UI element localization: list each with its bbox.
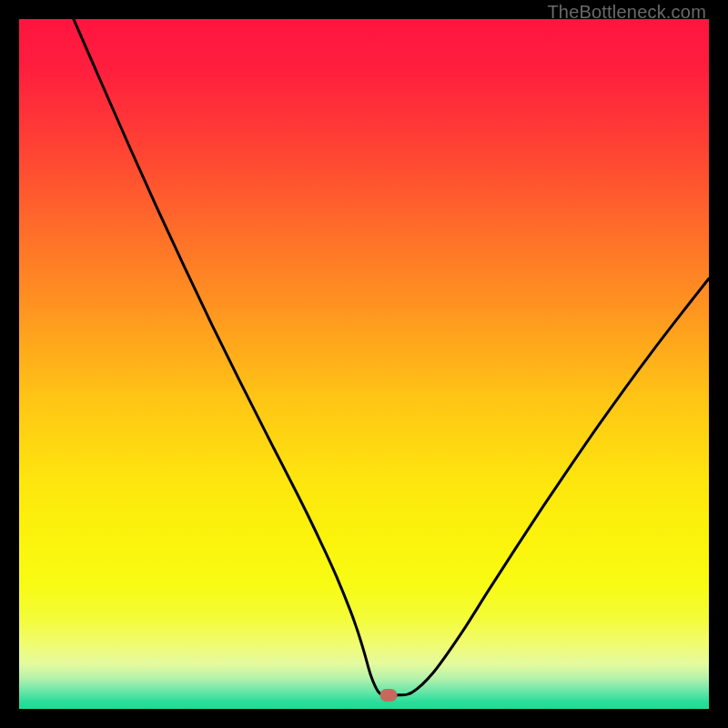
chart-frame: TheBottleneck.com [0, 0, 728, 728]
watermark-text: TheBottleneck.com [547, 2, 706, 23]
curve-layer [19, 19, 709, 709]
optimal-point-marker [379, 689, 397, 702]
bottleneck-curve [74, 19, 709, 695]
plot-area [19, 19, 709, 709]
